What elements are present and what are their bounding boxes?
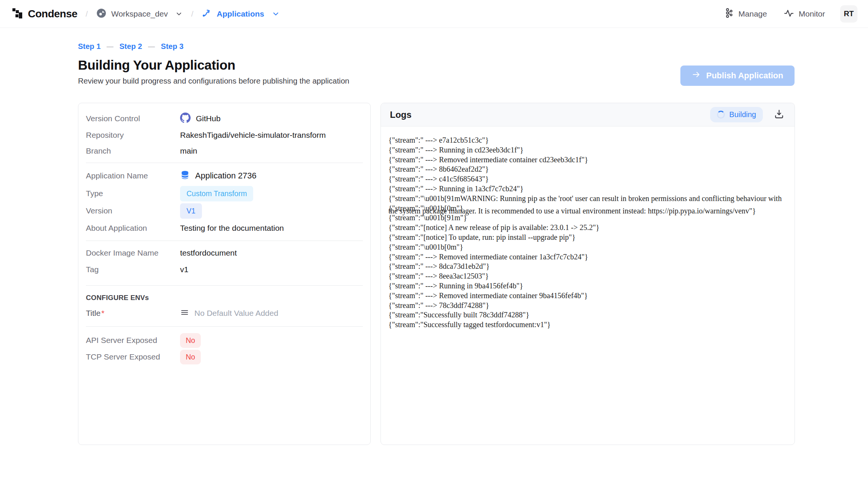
tcp-exposed-badge: No — [180, 350, 201, 364]
breadcrumb-applications[interactable]: Applications — [202, 8, 280, 20]
row-repository: Repository RakeshTigadi/vehicle-simulato… — [86, 127, 363, 143]
row-version-control: Version Control GitHub — [86, 110, 363, 127]
download-logs-button[interactable] — [773, 108, 785, 122]
main-content: Step 1 — Step 2 — Step 3 Building Your A… — [0, 42, 868, 445]
build-details-card: Version Control GitHub Repository Rakesh… — [78, 103, 371, 445]
logs-header: Logs Building — [381, 103, 795, 126]
tag-value: v1 — [180, 265, 188, 274]
applications-icon — [202, 8, 212, 20]
row-about: About Application Testing for the docume… — [86, 219, 363, 237]
branch-label: Branch — [86, 146, 180, 155]
breadcrumb-separator: / — [86, 9, 88, 18]
arrow-right-icon — [692, 70, 701, 81]
build-status-badge: Building — [710, 107, 763, 122]
download-icon — [773, 108, 785, 121]
configure-envs-heading: CONFIGURE ENVs — [86, 291, 363, 305]
row-application-name: Application Name Application 2736 — [86, 167, 363, 185]
github-icon — [180, 113, 191, 125]
version-badge: V1 — [180, 203, 202, 219]
spinner-icon — [717, 111, 725, 119]
divider — [86, 163, 363, 163]
step-2[interactable]: Step 2 — [119, 42, 142, 51]
docker-image-label: Docker Image Name — [86, 248, 180, 257]
log-stream[interactable]: {"stream":" ---> e7a12cb51c3c"}{"stream"… — [381, 126, 795, 445]
breadcrumb-workspace[interactable]: Workspace_dev — [96, 8, 183, 20]
env-title-input[interactable]: No Default Value Added — [180, 308, 278, 319]
step-separator: — — [107, 43, 113, 50]
applications-label: Applications — [217, 9, 264, 18]
breadcrumb-separator: / — [191, 9, 193, 18]
row-version: Version V1 — [86, 202, 363, 219]
version-control-label: Version Control — [86, 114, 180, 123]
step-1[interactable]: Step 1 — [78, 42, 101, 51]
step-3[interactable]: Step 3 — [161, 42, 183, 51]
version-label: Version — [86, 206, 180, 215]
row-type: Type Custom Transform — [86, 185, 363, 202]
divider — [86, 241, 363, 241]
chevron-down-icon[interactable] — [175, 10, 183, 18]
build-status-label: Building — [729, 110, 756, 119]
publish-application-label: Publish Application — [706, 71, 783, 81]
log-line: {"stream":"Successfully tagged testfordo… — [388, 318, 784, 331]
row-api-exposed: API Server Exposed No — [86, 332, 363, 349]
lines-icon — [180, 308, 189, 319]
application-name-value: Application 2736 — [195, 171, 257, 181]
manage-icon — [724, 8, 734, 20]
brand[interactable]: Condense — [11, 7, 77, 21]
repository-label: Repository — [86, 131, 180, 140]
about-value: Testing for the documentation — [180, 224, 284, 233]
tag-label: Tag — [86, 265, 180, 274]
step-separator: — — [148, 43, 155, 50]
type-label: Type — [86, 189, 180, 198]
monitor-label: Monitor — [799, 9, 825, 18]
condense-logo-icon — [11, 7, 23, 21]
row-tcp-exposed: TCP Server Exposed No — [86, 349, 363, 365]
env-title-label: Title* — [86, 309, 180, 318]
tcp-exposed-label: TCP Server Exposed — [86, 352, 180, 361]
publish-application-button[interactable]: Publish Application — [680, 66, 795, 86]
step-indicator: Step 1 — Step 2 — Step 3 — [78, 42, 795, 51]
api-exposed-label: API Server Exposed — [86, 336, 180, 345]
repository-value: RakeshTigadi/vehicle-simulator-transform — [180, 131, 326, 140]
row-tag: Tag v1 — [86, 261, 363, 278]
docker-image-value: testfordocument — [180, 248, 237, 257]
user-avatar[interactable]: RT — [840, 5, 857, 23]
top-nav: Condense / Workspace_dev / — [0, 0, 868, 28]
type-badge: Custom Transform — [180, 186, 253, 201]
application-name-label: Application Name — [86, 171, 180, 180]
brand-name: Condense — [28, 8, 77, 20]
branch-value: main — [180, 146, 197, 155]
env-title-placeholder: No Default Value Added — [194, 309, 278, 318]
database-icon — [180, 170, 190, 182]
api-exposed-badge: No — [180, 333, 201, 348]
version-control-value: GitHub — [196, 114, 220, 123]
nav-manage[interactable]: Manage — [724, 8, 767, 20]
monitor-icon — [784, 8, 794, 20]
about-label: About Application — [86, 224, 180, 233]
row-docker-image: Docker Image Name testfordocument — [86, 245, 363, 261]
divider — [86, 285, 363, 286]
nav-monitor[interactable]: Monitor — [784, 8, 825, 20]
divider — [86, 326, 363, 327]
row-branch: Branch main — [86, 143, 363, 159]
logs-title: Logs — [390, 110, 411, 120]
workspace-icon — [96, 8, 107, 20]
manage-label: Manage — [738, 9, 767, 18]
required-asterisk: * — [101, 309, 104, 317]
row-env-title: Title* No Default Value Added — [86, 305, 363, 322]
workspace-name: Workspace_dev — [111, 9, 168, 18]
chevron-down-icon[interactable] — [272, 10, 280, 18]
logs-card: Logs Building — [381, 103, 795, 445]
